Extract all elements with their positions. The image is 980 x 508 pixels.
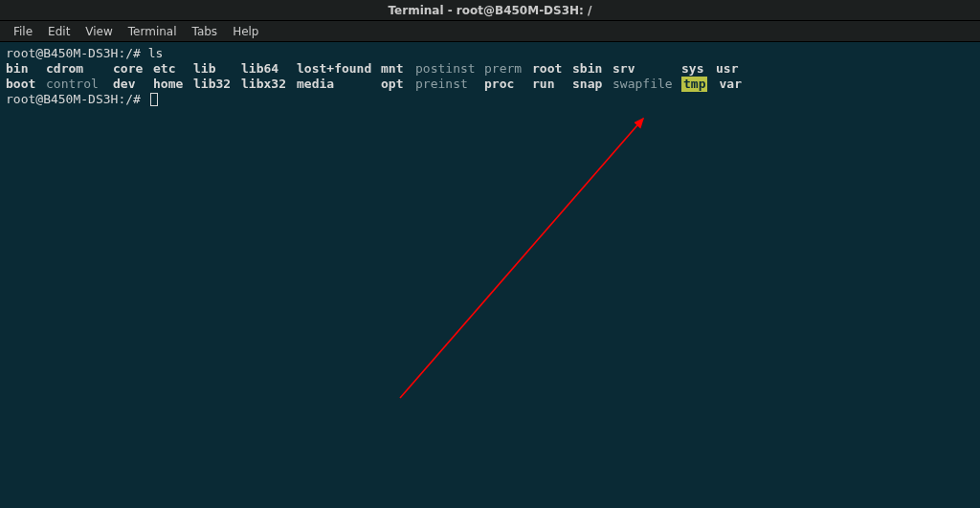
ls-output: bincdromcoreetcliblib64lost+foundmntpost… [6, 61, 974, 92]
ls-entry: proc [484, 77, 532, 92]
ls-entry: snap [572, 77, 612, 92]
menu-file[interactable]: File [6, 25, 40, 38]
ls-entry: core [113, 61, 153, 77]
prompt-line-1: root@B450M-DS3H:/# ls [6, 46, 974, 61]
ls-entry: var [719, 77, 753, 92]
ls-entry: swapfile [612, 77, 681, 92]
menu-bar: File Edit View Terminal Tabs Help [0, 21, 980, 42]
ls-entry: media [297, 77, 381, 92]
ls-entry: lib32 [193, 77, 241, 92]
ls-entry: prerm [484, 61, 532, 77]
menu-help[interactable]: Help [225, 25, 266, 38]
terminal-body[interactable]: root@B450M-DS3H:/# ls bincdromcoreetclib… [0, 42, 980, 508]
ls-entry: mnt [381, 61, 415, 77]
shell-prompt: root@B450M-DS3H:/# [6, 92, 148, 106]
window-title-bar: Terminal - root@B450M-DS3H: / [0, 0, 980, 21]
ls-entry: sbin [572, 61, 612, 77]
ls-entry: sys [681, 61, 716, 77]
menu-view[interactable]: View [78, 25, 120, 38]
ls-entry: opt [381, 77, 415, 92]
prompt-line-2: root@B450M-DS3H:/# [6, 92, 974, 107]
ls-entry: lost+found [297, 61, 381, 77]
ls-entry: usr [716, 61, 750, 77]
ls-entry: root [532, 61, 572, 77]
menu-terminal[interactable]: Terminal [121, 25, 185, 38]
ls-entry: run [532, 77, 572, 92]
ls-entry: dev [113, 77, 153, 92]
shell-prompt: root@B450M-DS3H:/# [6, 46, 148, 60]
ls-entry: cdrom [46, 61, 113, 77]
ls-entry: lib [193, 61, 241, 77]
ls-entry: bin [6, 61, 46, 77]
command-text: ls [148, 46, 164, 60]
annotation-arrow [0, 42, 980, 508]
ls-row: bootcontroldevhomelib32libx32mediaoptpre… [6, 77, 974, 92]
ls-entry: postinst [415, 61, 484, 77]
menu-tabs[interactable]: Tabs [185, 25, 226, 38]
menu-edit[interactable]: Edit [40, 25, 78, 38]
ls-entry: etc [153, 61, 193, 77]
ls-entry: lib64 [241, 61, 297, 77]
ls-row: bincdromcoreetcliblib64lost+foundmntpost… [6, 61, 974, 77]
ls-entry: control [46, 77, 113, 92]
window-title: Terminal - root@B450M-DS3H: / [389, 4, 592, 17]
ls-entry: srv [612, 61, 681, 77]
ls-entry: home [153, 77, 193, 92]
ls-entry: tmp [681, 77, 707, 92]
cursor-block [150, 93, 158, 106]
ls-entry: libx32 [241, 77, 297, 92]
ls-entry: preinst [415, 77, 484, 92]
svg-line-1 [400, 119, 643, 398]
ls-entry: boot [6, 77, 46, 92]
